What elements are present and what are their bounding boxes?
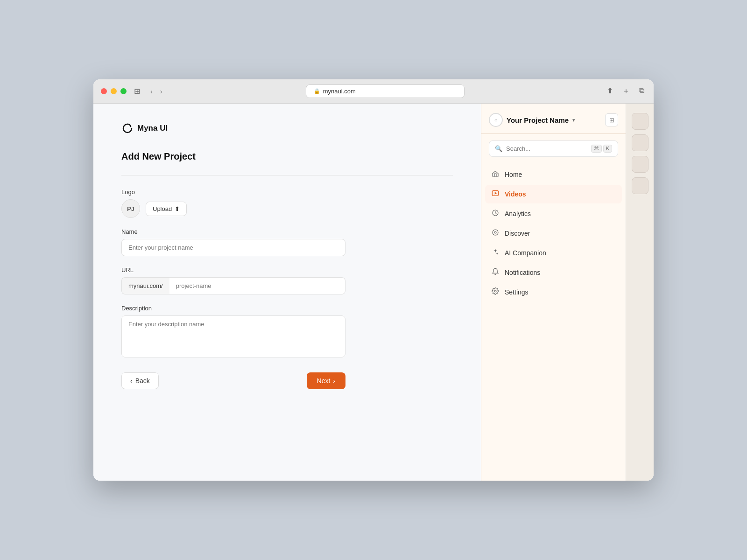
close-button[interactable] xyxy=(101,88,107,94)
url-label: URL xyxy=(121,266,453,273)
logo-avatar: PJ xyxy=(121,199,140,218)
logo-label: Logo xyxy=(121,189,453,196)
description-section: Description xyxy=(121,305,453,359)
sidebar: ○ Your Project Name ▾ ⊞ 🔍 ⌘ K HomeVideos… xyxy=(481,104,626,481)
discover-icon xyxy=(491,229,500,238)
sidebar-item-label-notifications: Notifications xyxy=(505,269,540,276)
sidebar-toggle-icon[interactable]: ⊞ xyxy=(132,85,142,98)
project-name: Your Project Name xyxy=(507,116,569,124)
home-icon xyxy=(491,170,500,179)
project-selector[interactable]: ○ Your Project Name ▾ xyxy=(489,113,575,127)
new-tab-icon[interactable]: ＋ xyxy=(620,84,632,98)
back-label: Back xyxy=(135,377,150,385)
sidebar-item-ai-companion[interactable]: AI Companion xyxy=(485,244,622,262)
sidebar-item-videos[interactable]: Videos xyxy=(485,185,622,203)
peek-panel xyxy=(626,104,654,481)
url-text: mynaui.com xyxy=(323,88,356,95)
sidebar-item-analytics[interactable]: Analytics xyxy=(485,204,622,223)
kbd-cmd: ⌘ xyxy=(591,145,602,153)
ai-companion-icon xyxy=(491,248,500,258)
sidebar-item-label-settings: Settings xyxy=(505,288,529,296)
chevron-down-icon: ▾ xyxy=(572,117,575,123)
next-label: Next xyxy=(317,377,331,385)
sidebar-item-discover[interactable]: Discover xyxy=(485,224,622,243)
search-shortcut: ⌘ K xyxy=(591,145,612,153)
url-prefix: mynaui.com/ xyxy=(121,277,169,294)
maximize-button[interactable] xyxy=(120,88,127,94)
lock-icon: 🔒 xyxy=(314,88,320,94)
sidebar-item-label-analytics: Analytics xyxy=(505,210,531,217)
url-section: URL mynaui.com/ xyxy=(121,266,453,294)
minimize-button[interactable] xyxy=(111,88,117,94)
description-label: Description xyxy=(121,305,453,312)
browser-titlebar: ⊞ ‹ › 🔒 mynaui.com ⬆ ＋ ⧉ xyxy=(93,79,654,104)
next-chevron-icon: › xyxy=(333,377,335,385)
back-arrow[interactable]: ‹ xyxy=(148,86,155,97)
nav-arrows: ‹ › xyxy=(148,86,165,97)
peek-item-1 xyxy=(632,113,648,130)
logo-brand: Myna UI xyxy=(121,122,453,134)
upload-button[interactable]: Upload ⬆ xyxy=(146,202,187,216)
name-input[interactable] xyxy=(121,239,345,256)
browser-actions: ⬆ ＋ ⧉ xyxy=(605,84,646,98)
project-icon: ○ xyxy=(489,113,503,127)
nav-items: HomeVideosAnalyticsDiscoverAI CompanionN… xyxy=(481,163,626,304)
analytics-icon xyxy=(491,209,500,218)
url-row: mynaui.com/ xyxy=(121,277,345,294)
url-field[interactable]: 🔒 mynaui.com xyxy=(306,84,465,98)
sidebar-item-settings[interactable]: Settings xyxy=(485,283,622,301)
share-icon[interactable]: ⬆ xyxy=(605,84,615,98)
sidebar-item-label-videos: Videos xyxy=(505,190,526,198)
back-button[interactable]: ‹ Back xyxy=(121,372,159,389)
svg-point-3 xyxy=(493,230,498,235)
back-chevron-icon: ‹ xyxy=(130,377,133,385)
videos-icon xyxy=(491,189,500,199)
tabs-icon[interactable]: ⧉ xyxy=(637,84,646,98)
upload-label: Upload xyxy=(153,205,172,212)
traffic-lights xyxy=(101,88,127,94)
settings-icon xyxy=(491,287,500,297)
notifications-icon xyxy=(491,268,500,277)
svg-marker-1 xyxy=(495,192,497,194)
peek-item-2 xyxy=(632,134,648,151)
sidebar-item-label-discover: Discover xyxy=(505,230,530,237)
forward-arrow[interactable]: › xyxy=(157,86,165,97)
svg-point-4 xyxy=(494,231,496,233)
browser-content: Myna UI Add New Project Logo PJ Upload ⬆… xyxy=(93,104,654,481)
form-title: Add New Project xyxy=(121,151,453,162)
brand-name: Myna UI xyxy=(137,124,168,133)
name-section: Name xyxy=(121,228,453,256)
search-icon: 🔍 xyxy=(495,145,502,152)
sidebar-item-label-home: Home xyxy=(505,171,522,178)
logo-row: PJ Upload ⬆ xyxy=(121,199,453,218)
next-button[interactable]: Next › xyxy=(307,372,345,389)
search-bar[interactable]: 🔍 ⌘ K xyxy=(489,140,618,157)
kbd-k: K xyxy=(603,145,612,153)
sidebar-header: ○ Your Project Name ▾ ⊞ xyxy=(481,104,626,134)
url-input[interactable] xyxy=(169,277,345,294)
sidebar-collapse-icon[interactable]: ⊞ xyxy=(605,113,618,126)
browser-window: ⊞ ‹ › 🔒 mynaui.com ⬆ ＋ ⧉ Myna UI xyxy=(93,79,654,481)
form-divider xyxy=(121,175,453,175)
svg-point-5 xyxy=(494,290,496,292)
search-input[interactable] xyxy=(506,145,587,152)
peek-item-3 xyxy=(632,156,648,173)
sidebar-item-home[interactable]: Home xyxy=(485,165,622,184)
sidebar-item-notifications[interactable]: Notifications xyxy=(485,263,622,282)
description-input[interactable] xyxy=(121,315,345,357)
name-label: Name xyxy=(121,228,453,235)
peek-item-4 xyxy=(632,177,648,194)
main-area: Myna UI Add New Project Logo PJ Upload ⬆… xyxy=(93,104,481,481)
address-bar: 🔒 mynaui.com xyxy=(170,84,599,98)
sidebar-item-label-ai-companion: AI Companion xyxy=(505,249,546,257)
myna-logo-icon xyxy=(121,122,134,134)
logo-section: Logo PJ Upload ⬆ xyxy=(121,189,453,218)
upload-icon: ⬆ xyxy=(175,205,180,212)
form-actions: ‹ Back Next › xyxy=(121,372,345,389)
